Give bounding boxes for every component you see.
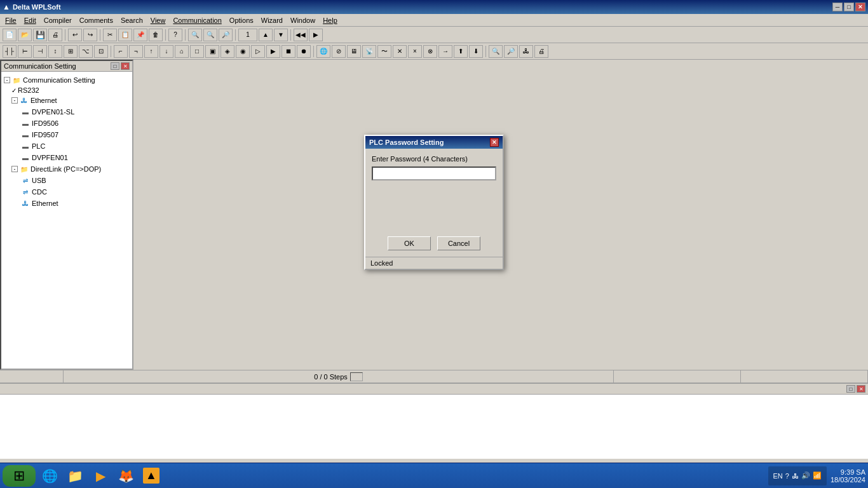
- bottom-panel-content: [0, 395, 868, 456]
- title-bar-left: ▲ Delta WPLSoft: [3, 3, 61, 11]
- tb-cut[interactable]: ✂: [103, 29, 117, 41]
- dialog-status-text: Locked: [370, 259, 393, 267]
- title-bar-controls: ─ □ ✕: [832, 3, 865, 11]
- tb-new[interactable]: 📄: [3, 29, 17, 41]
- menu-help[interactable]: Help: [319, 15, 341, 25]
- restore-button[interactable]: □: [844, 3, 854, 11]
- taskbar-media[interactable]: ▶: [89, 465, 112, 487]
- tb2-16[interactable]: ◉: [236, 45, 250, 58]
- tb-zoom-fit[interactable]: 🔎: [219, 29, 233, 41]
- status-seg-3: [614, 370, 741, 383]
- sep2-3: [485, 46, 486, 57]
- taskbar-firefox[interactable]: 🦊: [114, 465, 137, 487]
- tb2-x3[interactable]: ⊗: [423, 45, 437, 58]
- tb2-print2[interactable]: 🖨: [534, 45, 548, 58]
- start-button[interactable]: ⊞: [3, 465, 36, 487]
- wplsoft-icon: ▲: [143, 468, 159, 484]
- tb-nav-fwd[interactable]: ▶: [309, 29, 323, 41]
- menu-search[interactable]: Search: [117, 15, 147, 25]
- tb2-10[interactable]: ↑: [144, 45, 158, 58]
- close-button[interactable]: ✕: [855, 3, 865, 11]
- tb2-12[interactable]: ⌂: [175, 45, 189, 58]
- menu-file[interactable]: File: [1, 15, 20, 25]
- tb2-1[interactable]: ┤├: [3, 45, 17, 58]
- tb2-17[interactable]: ▷: [251, 45, 265, 58]
- menu-window[interactable]: Window: [287, 15, 319, 25]
- sep-4: [185, 29, 186, 41]
- menu-comments[interactable]: Comments: [76, 15, 117, 25]
- taskbar-wplsoft[interactable]: ▲: [140, 465, 163, 487]
- tb2-search2[interactable]: 🔎: [504, 45, 518, 58]
- menu-wizard[interactable]: Wizard: [257, 15, 287, 25]
- tb-zoom-in[interactable]: 🔍: [188, 29, 202, 41]
- tb2-net[interactable]: 🖧: [519, 45, 533, 58]
- tb2-wave[interactable]: 〜: [377, 45, 391, 58]
- tb-save[interactable]: 💾: [33, 29, 47, 41]
- taskbar-ie[interactable]: 🌐: [38, 465, 61, 487]
- menu-communication[interactable]: Communication: [169, 15, 225, 25]
- tb-undo[interactable]: ↩: [68, 29, 82, 41]
- bottom-panel-close[interactable]: ✕: [857, 385, 865, 393]
- tb2-18[interactable]: ▶: [266, 45, 280, 58]
- tb2-20[interactable]: ⏺: [297, 45, 311, 58]
- tb2-search[interactable]: 🔍: [489, 45, 503, 58]
- sys-tray: EN ? 🖧 🔊 📶: [768, 466, 827, 485]
- tb2-14[interactable]: ▣: [205, 45, 219, 58]
- dialog-password-label: Enter Password (4 Characters): [372, 155, 496, 163]
- tb2-download[interactable]: ⬇: [469, 45, 483, 58]
- tb-page-down[interactable]: ▼: [274, 29, 288, 41]
- tb2-9[interactable]: ¬: [129, 45, 143, 58]
- minimize-button[interactable]: ─: [832, 3, 843, 11]
- tb-help[interactable]: ?: [168, 29, 182, 41]
- tb-page-up[interactable]: ▲: [259, 29, 273, 41]
- tb2-4[interactable]: ↕: [48, 45, 62, 58]
- tb-zoom-out[interactable]: 🔍: [203, 29, 217, 41]
- tb-redo[interactable]: ↪: [83, 29, 97, 41]
- tb2-5[interactable]: ⊞: [64, 45, 78, 58]
- sep-1: [65, 29, 65, 41]
- bottom-panel-restore[interactable]: □: [846, 385, 855, 393]
- dialog-buttons: OK Cancel: [372, 236, 496, 250]
- ok-button[interactable]: OK: [388, 236, 431, 250]
- menu-edit[interactable]: Edit: [20, 15, 40, 25]
- tb2-x1[interactable]: ✕: [393, 45, 407, 58]
- tb2-2[interactable]: ⊢: [18, 45, 32, 58]
- tb-nav-back[interactable]: ◀◀: [294, 29, 308, 41]
- title-bar: ▲ Delta WPLSoft ─ □ ✕: [0, 0, 868, 14]
- tb2-3[interactable]: ⊣: [33, 45, 47, 58]
- tb2-stop[interactable]: ⊘: [332, 45, 346, 58]
- tb2-x2[interactable]: ×: [408, 45, 422, 58]
- tb-paste[interactable]: 📌: [133, 29, 147, 41]
- tb-copy[interactable]: 📋: [118, 29, 132, 41]
- tb-page-num[interactable]: 1: [238, 29, 257, 41]
- tb2-arr[interactable]: →: [438, 45, 452, 58]
- cancel-button[interactable]: Cancel: [437, 236, 480, 250]
- tb2-7[interactable]: ⊡: [94, 45, 108, 58]
- menu-compiler[interactable]: Compiler: [40, 15, 76, 25]
- menu-view[interactable]: View: [147, 15, 170, 25]
- network-icon: 🖧: [792, 472, 799, 480]
- tb-open[interactable]: 📂: [18, 29, 32, 41]
- password-input[interactable]: [372, 166, 496, 180]
- sep2-2: [313, 46, 314, 57]
- tb2-13[interactable]: □: [190, 45, 204, 58]
- tb2-6[interactable]: ⌥: [79, 45, 93, 58]
- dialog-close-button[interactable]: ✕: [490, 138, 499, 147]
- tb2-15[interactable]: ◈: [220, 45, 234, 58]
- tb2-upload[interactable]: ⬆: [454, 45, 468, 58]
- tb-delete[interactable]: 🗑: [149, 29, 163, 41]
- tb2-globe[interactable]: 🌐: [316, 45, 330, 58]
- main-area: Communication Setting □ ✕ - 📁 Communicat…: [0, 60, 868, 370]
- status-bar: 0 / 0 Steps: [0, 370, 868, 383]
- app-title: Delta WPLSoft: [13, 3, 61, 11]
- tb-print[interactable]: 🖨: [48, 29, 62, 41]
- tb2-19[interactable]: ⏹: [281, 45, 295, 58]
- dialog-title: PLC Password Setting: [369, 139, 444, 146]
- bottom-panel-titlebar: □ ✕: [0, 384, 868, 395]
- tb2-com[interactable]: 📡: [362, 45, 376, 58]
- taskbar-explorer[interactable]: 📁: [64, 465, 86, 487]
- tb2-mon[interactable]: 🖥: [347, 45, 361, 58]
- tb2-8[interactable]: ⌐: [114, 45, 128, 58]
- tb2-11[interactable]: ↓: [159, 45, 173, 58]
- menu-options[interactable]: Options: [226, 15, 257, 25]
